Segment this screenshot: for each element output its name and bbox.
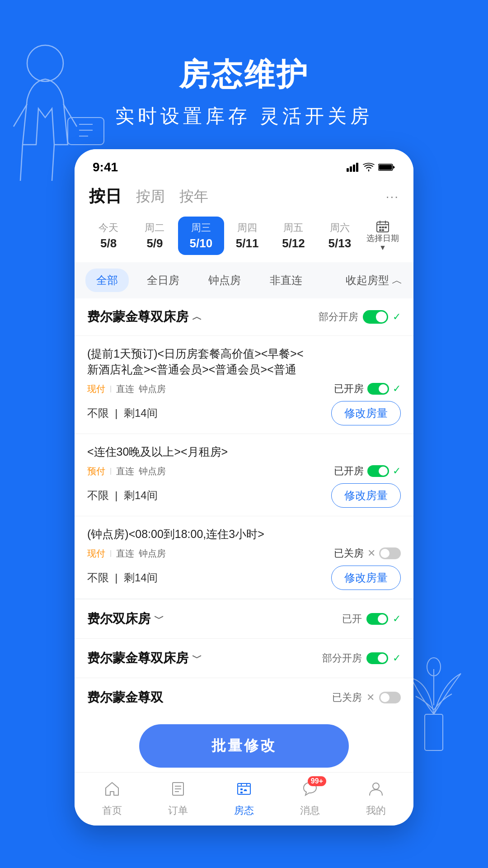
svg-rect-9 [353,165,355,172]
day-date-fri: 5/12 [272,236,314,250]
battery-icon [378,163,395,171]
day-item-fri[interactable]: 周五 5/12 [270,217,316,255]
cat-toggle-4[interactable] [379,692,401,703]
svg-rect-21 [382,229,384,231]
nav-profile[interactable]: 我的 [343,781,409,817]
open-status-label-2: 已开房 [334,464,364,478]
day-date-mon: 5/8 [87,236,130,250]
tag-pay-pre-2: 预付 [87,465,105,477]
open-label-2: 已开 [342,612,362,626]
partial-open-label-1: 部分开房 [319,310,358,324]
calendar-button[interactable]: 选择日期 ▼ [363,217,403,255]
signal-icon [347,163,359,172]
item-check-1: ✓ [393,383,401,395]
room-item-2: <连住30晚及以上><月租房> 预付 | 直连 钟点房 已开房 ✓ [75,434,413,516]
svg-rect-7 [347,168,349,172]
x-mark-3: ✕ [367,547,375,559]
room-item-footer-2: 不限 | 剩14间 修改房量 [87,483,401,508]
batch-modify-button[interactable]: 批量修改 [139,724,349,768]
rooms-icon [236,781,252,801]
cat-toggle-knob-2 [378,614,387,623]
more-options-button[interactable]: ··· [386,189,399,204]
room-category-name-1: 费尔蒙金尊双床房 ︿ [87,308,202,326]
wifi-icon [363,163,375,172]
view-tabs: 按日 按周 按年 ··· [75,179,413,211]
closed-label-4: 已关房 [332,691,362,704]
nav-rooms[interactable]: 房态 [211,781,277,817]
modify-room-qty-btn-2[interactable]: 修改房量 [331,483,401,508]
room-item-status-2: 已开房 ✓ [334,464,401,478]
room-item-tags-3: 现付 | 直连 钟点房 已关房 ✕ [87,547,401,560]
item-toggle-2[interactable] [367,465,389,477]
filter-indirect[interactable]: 非直连 [259,269,313,292]
filter-tabs: 全部 全日房 钟点房 非直连 收起房型 ︿ [75,262,413,298]
svg-point-6 [427,658,441,676]
cat-toggle-2[interactable] [366,613,388,625]
item-toggle-1[interactable] [367,383,389,395]
day-label-mon: 今天 [87,221,130,235]
room-category-2[interactable]: 费尔双床房 ﹀ 已开 ✓ [75,599,413,638]
day-item-sat[interactable]: 周六 5/13 [317,217,363,255]
room-item-title-1: (提前1天预订)<日历房套餐高价值><早餐><新酒店礼盒><普通会员><普通会员… [87,346,401,377]
svg-rect-5 [425,714,443,750]
toggle-knob-1 [376,311,387,322]
room-item-3: (钟点房)<08:00到18:00,连住3小时> 现付 | 直连 钟点房 已关房… [75,516,413,598]
tag-direct-3: 直连 [116,547,134,560]
tab-year[interactable]: 按年 [179,187,208,207]
batch-modify-bar: 批量修改 [75,717,413,772]
day-item-thu[interactable]: 周四 5/11 [224,217,270,255]
chevron-down-icon-cat2: ﹀ [154,612,164,626]
status-time: 9:41 [93,160,118,175]
room-toggle-1[interactable] [363,310,388,324]
room-item-tags-2: 预付 | 直连 钟点房 已开房 ✓ [87,464,401,478]
room-category-header-1[interactable]: 费尔蒙金尊双床房 ︿ 部分开房 ✓ [75,298,413,335]
nav-home-label: 首页 [102,804,122,817]
chevron-up-icon: ︿ [392,273,403,288]
nav-rooms-label: 房态 [234,804,254,817]
closed-status-label-3: 已关房 [334,547,364,560]
tab-week[interactable]: 按周 [136,187,165,207]
nav-messages[interactable]: 99+ 消息 [277,781,343,817]
filter-hourly[interactable]: 钟点房 [197,269,252,292]
room-stock-2: 不限 | 剩14间 [87,488,158,503]
nav-orders[interactable]: 订单 [145,781,211,817]
profile-icon [368,781,384,801]
svg-rect-12 [379,165,392,170]
nav-orders-label: 订单 [168,804,188,817]
nav-home[interactable]: 首页 [79,781,145,817]
day-item-mon[interactable]: 今天 5/8 [85,217,131,255]
item-check-2: ✓ [393,465,401,477]
filter-all[interactable]: 全部 [85,269,129,292]
tab-day[interactable]: 按日 [89,185,122,208]
status-icons [347,163,395,172]
day-date-sat: 5/13 [319,236,361,250]
modify-room-qty-btn-1[interactable]: 修改房量 [331,401,401,425]
check-icon-1: ✓ [393,311,401,323]
day-item-tue[interactable]: 周二 5/9 [131,217,178,255]
collapse-room-types-button[interactable]: 收起房型 ︿ [346,273,403,288]
room-category-3[interactable]: 费尔蒙金尊双床房 ﹀ 部分开房 ✓ [75,638,413,678]
tag-direct-2: 直连 [116,465,134,477]
cat-toggle-3[interactable] [366,652,388,664]
day-label-thu: 周四 [226,221,268,235]
room-category-name-2: 费尔双床房 ﹀ [87,610,164,627]
room-item-footer-1: 不限 | 剩14间 修改房量 [87,401,401,425]
room-item-status-1: 已开房 ✓ [334,382,401,396]
nav-profile-label: 我的 [366,804,386,817]
day-label-tue: 周二 [133,221,176,235]
room-category-1: 费尔蒙金尊双床房 ︿ 部分开房 ✓ (提前1天预订)<日历房套餐高价值><早餐>… [75,298,413,598]
svg-rect-10 [356,163,358,172]
tag-direct-1: 直连 [116,383,134,395]
item-toggle-knob-1 [379,384,388,393]
day-item-wed[interactable]: 周三 5/10 [178,217,224,255]
svg-rect-26 [238,783,250,794]
room-category-status-1: 部分开房 ✓ [319,310,401,324]
tag-separator-1a: | [110,385,112,393]
room-category-4[interactable]: 费尔蒙金尊双 已关房 ✕ [75,678,413,717]
chevron-down-icon-cat3: ﹀ [192,651,202,665]
modify-room-qty-btn-3[interactable]: 修改房量 [331,566,401,590]
day-date-wed: 5/10 [180,236,222,250]
filter-allday[interactable]: 全日房 [136,269,190,292]
x-mark-4: ✕ [366,692,375,703]
item-toggle-3[interactable] [379,547,401,559]
